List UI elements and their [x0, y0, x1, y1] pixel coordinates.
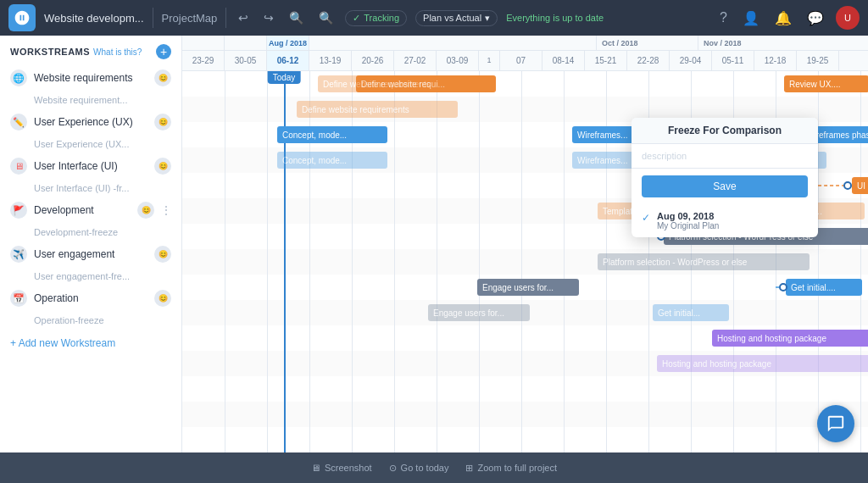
sidebar-item-op-freeze[interactable]: Operation-freeze: [0, 312, 181, 329]
task-define-req-freeze: Define website requirements: [318, 75, 487, 92]
main-area: WORKSTREAMS What is this? + 🌐 Website re…: [0, 36, 868, 452]
app-name-label: ProjectMap: [162, 12, 218, 25]
task-hosting[interactable]: Hosting and hosting package: [712, 330, 868, 347]
date-col-13-19: 13-19: [309, 50, 352, 70]
popup-description-field[interactable]: description: [632, 144, 818, 169]
task-dot-ui: [843, 181, 852, 190]
ws-op-avatar: 😊: [154, 290, 171, 307]
sidebar-item-ux[interactable]: ✏️ User Experience (UX) 😊: [0, 108, 181, 136]
task-concept[interactable]: Concept, mode...: [277, 126, 387, 143]
month-aug: Aug / 2018: [267, 36, 309, 50]
sidebar-item-engage[interactable]: ✈️ User engagement 😊: [0, 241, 181, 268]
sidebar-item-web-req[interactable]: 🌐 Website requirements 😊: [0, 64, 181, 92]
sidebar-item-ux-freeze[interactable]: User Experience (UX...: [0, 136, 181, 153]
popup-option-aug09[interactable]: ✓ Aug 09, 2018 My Original Plan: [632, 204, 818, 237]
status-text: Everything is up to date: [506, 13, 604, 23]
sidebar-item-ui[interactable]: 🖥 User Interface (UI) 😊: [0, 153, 181, 180]
ws-web-req-name: Website requirements: [34, 72, 147, 84]
topbar-divider: [153, 8, 153, 28]
zoom-out-button[interactable]: 🔍: [286, 8, 307, 28]
sidebar-item-ui-freeze[interactable]: User Interface (UI) -fr...: [0, 180, 181, 197]
tracking-check-icon: ✓: [353, 13, 360, 24]
popup-check-icon: ✓: [642, 212, 650, 224]
grid-line: [437, 71, 437, 452]
bottom-bar: 🖥 Screenshot ⊙ Go to today ⊞ Zoom to ful…: [0, 452, 868, 483]
screenshot-icon: 🖥: [311, 463, 320, 473]
zoom-full-button[interactable]: ⊞ Zoom to full project: [465, 463, 557, 474]
sidebar-item-dev-freeze[interactable]: Development-freeze: [0, 224, 181, 241]
date-col-1: 1: [479, 50, 500, 70]
globe-icon: 🌐: [10, 69, 27, 86]
task-ui-phase1[interactable]: UI phase1: [852, 177, 868, 194]
chat-icon[interactable]: 💬: [804, 7, 827, 30]
bell-icon[interactable]: 🔔: [771, 7, 795, 30]
ws-engage-freeze-name: User engagement-fre...: [34, 271, 130, 281]
ws-dev-name: Development: [34, 204, 131, 216]
redo-button[interactable]: ↪: [260, 8, 277, 28]
plan-vs-actual-dropdown[interactable]: Plan vs Actual ▾: [415, 10, 498, 26]
date-col-03-09: 03-09: [437, 50, 479, 70]
logo[interactable]: [8, 4, 36, 31]
date-col-06-12: 06-12: [267, 50, 309, 70]
popup-title: Freeze For Comparison: [632, 118, 818, 144]
date-col-08-14: 08-14: [542, 50, 585, 70]
task-hosting-freeze: Hosting and hosting package: [657, 355, 868, 372]
what-is-this-link[interactable]: What is this?: [93, 47, 142, 57]
task-dot-engage: [779, 283, 787, 291]
ws-ui-freeze-name: User Interface (UI) -fr...: [34, 183, 129, 193]
gantt-area: Aug / 2018 Oct / 2018 Nov / 2018 23-29 3…: [182, 36, 868, 452]
today-badge: Today: [268, 71, 301, 84]
date-col-23-29: 23-29: [182, 50, 225, 70]
add-user-icon[interactable]: 👤: [739, 7, 763, 30]
undo-button[interactable]: ↩: [235, 8, 252, 28]
date-col-05-11: 05-11: [712, 50, 754, 70]
go-to-today-button[interactable]: ⊙ Go to today: [389, 463, 449, 474]
task-engage-users[interactable]: Engage users for...: [477, 279, 579, 296]
go-to-today-icon: ⊙: [389, 463, 397, 474]
grid-line: [479, 71, 480, 452]
help-icon[interactable]: ?: [716, 7, 731, 29]
ws-engage-avatar: 😊: [154, 246, 171, 263]
go-to-today-label: Go to today: [401, 463, 449, 473]
sidebar-item-op[interactable]: 📅 Operation 😊: [0, 285, 181, 312]
ws-op-freeze-name: Operation-freeze: [34, 315, 104, 325]
popup-save-button[interactable]: Save: [642, 175, 808, 197]
ws-web-req-avatar: 😊: [154, 69, 171, 86]
sidebar-item-web-req-freeze[interactable]: Website requirement...: [0, 92, 181, 108]
dev-menu-icon[interactable]: ⋮: [161, 204, 171, 216]
month-oct: Oct / 2018: [597, 36, 698, 50]
add-workstream-link[interactable]: + Add new Workstream: [0, 329, 181, 358]
popup-option-sub: My Original Plan: [657, 221, 719, 230]
ws-dev-avatar: 😊: [137, 202, 154, 219]
task-review-ux[interactable]: Review UX....: [784, 75, 868, 92]
pen-icon: ✏️: [10, 114, 27, 130]
gantt-body: Today: [182, 71, 868, 452]
task-engage-freeze: Engage users for...: [428, 304, 530, 321]
date-col-27-02: 27-02: [394, 50, 437, 70]
zoom-in-button[interactable]: 🔍: [315, 8, 337, 28]
task-get-initial[interactable]: Get initial....: [786, 279, 862, 296]
date-col-22-28: 22-28: [627, 50, 670, 70]
avatar[interactable]: U: [836, 6, 860, 30]
date-col-29-04: 29-04: [670, 50, 712, 70]
sidebar-item-engage-freeze[interactable]: User engagement-fre...: [0, 268, 181, 285]
tracking-toggle[interactable]: ✓ Tracking: [345, 10, 407, 26]
top-bar: Website developm... ProjectMap ↩ ↪ 🔍 🔍 ✓…: [0, 0, 868, 36]
gantt-header: Aug / 2018 Oct / 2018 Nov / 2018 23-29 3…: [182, 36, 868, 71]
chat-bubble-button[interactable]: [817, 405, 854, 442]
task-wireframes-short: Wireframes...: [572, 126, 640, 143]
grid-line: [564, 71, 565, 452]
screen-icon: 🖥: [10, 158, 27, 175]
zoom-full-label: Zoom to full project: [477, 463, 557, 473]
add-workstream-icon[interactable]: +: [156, 44, 171, 59]
sidebar-header: WORKSTREAMS What is this? +: [0, 36, 181, 64]
task-define-req-freeze2: Define website requirements: [297, 101, 458, 118]
topbar-divider2: [225, 8, 226, 28]
ws-ui-name: User Interface (UI): [34, 160, 147, 172]
sidebar-item-dev[interactable]: 🚩 Development 😊 ⋮: [0, 197, 181, 224]
screenshot-button[interactable]: 🖥 Screenshot: [311, 463, 372, 473]
screenshot-label: Screenshot: [325, 463, 372, 473]
ws-op-name: Operation: [34, 292, 147, 304]
date-col-07: 07: [500, 50, 542, 70]
app-container: Website developm... ProjectMap ↩ ↪ 🔍 🔍 ✓…: [0, 0, 868, 483]
